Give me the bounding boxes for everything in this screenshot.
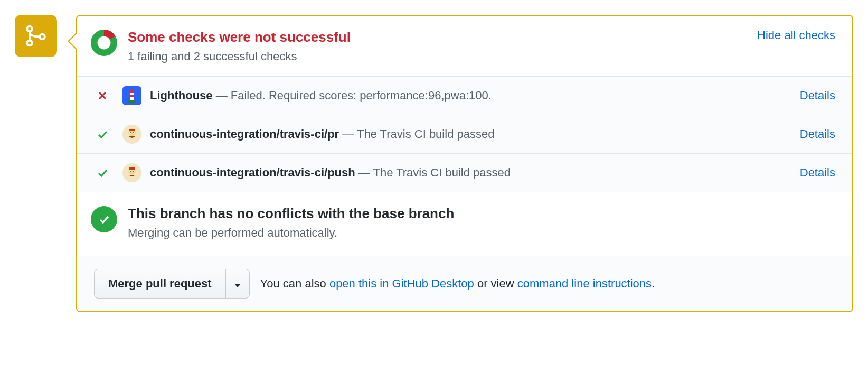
check-name: Lighthouse (150, 89, 213, 102)
svg-point-20 (133, 171, 134, 172)
svg-point-19 (130, 171, 131, 172)
lighthouse-avatar (122, 86, 141, 105)
svg-point-2 (40, 34, 45, 40)
svg-point-1 (27, 41, 32, 46)
svg-marker-7 (130, 89, 134, 91)
merge-options-dropdown[interactable] (226, 269, 250, 299)
check-message: The Travis CI build passed (357, 127, 494, 141)
svg-rect-8 (128, 100, 136, 103)
check-text: continuous-integration/travis-ci/pr — Th… (150, 127, 794, 141)
check-details-link[interactable]: Details (800, 166, 835, 180)
checks-title: Some checks were not successful (128, 29, 751, 46)
status-donut-icon (91, 30, 117, 56)
conflicts-title: This branch has no conflicts with the ba… (128, 205, 454, 223)
hide-all-checks-link[interactable]: Hide all checks (757, 29, 835, 42)
check-text: Lighthouse — Failed. Required scores: pe… (150, 89, 794, 103)
check-row: continuous-integration/travis-ci/push — … (77, 154, 852, 192)
merge-status-box: Some checks were not successful 1 failin… (76, 15, 853, 312)
footer-text: You can also open this in GitHub Desktop… (260, 277, 655, 291)
travis-avatar (122, 163, 141, 182)
merge-button-group: Merge pull request (94, 269, 250, 299)
pass-icon (96, 167, 109, 179)
check-name: continuous-integration/travis-ci/pr (150, 127, 339, 141)
git-merge-icon (23, 23, 49, 49)
check-row: continuous-integration/travis-ci/pr — Th… (77, 115, 852, 154)
fail-icon (96, 90, 109, 101)
checks-header: Some checks were not successful 1 failin… (77, 16, 852, 77)
merge-status-timeline: Some checks were not successful 1 failin… (15, 15, 853, 312)
check-name: continuous-integration/travis-ci/push (150, 166, 355, 179)
conflicts-section: This branch has no conflicts with the ba… (77, 192, 852, 256)
check-details-link[interactable]: Details (800, 89, 835, 103)
conflicts-subtitle: Merging can be performed automatically. (128, 226, 454, 240)
svg-rect-16 (129, 167, 135, 170)
merge-badge (15, 15, 57, 57)
travis-avatar (122, 125, 141, 144)
check-row: Lighthouse — Failed. Required scores: pe… (77, 77, 852, 115)
check-details-link[interactable]: Details (800, 127, 835, 141)
svg-point-13 (130, 132, 131, 133)
open-github-desktop-link[interactable]: open this in GitHub Desktop (329, 277, 474, 290)
command-line-instructions-link[interactable]: command line instructions (517, 277, 652, 290)
svg-rect-10 (129, 129, 135, 131)
merge-footer: Merge pull request You can also open thi… (77, 256, 852, 311)
check-message: Failed. Required scores: performance:96,… (231, 89, 492, 102)
success-icon (91, 206, 117, 232)
check-message: The Travis CI build passed (373, 166, 511, 179)
merge-pull-request-button[interactable]: Merge pull request (94, 269, 226, 299)
check-text: continuous-integration/travis-ci/push — … (150, 166, 794, 180)
svg-point-0 (27, 26, 32, 32)
pass-icon (96, 128, 109, 140)
svg-point-14 (133, 132, 134, 133)
checks-subtitle: 1 failing and 2 successful checks (128, 50, 751, 63)
svg-rect-5 (130, 91, 134, 93)
svg-rect-6 (130, 95, 134, 97)
caret-down-icon (234, 284, 241, 287)
